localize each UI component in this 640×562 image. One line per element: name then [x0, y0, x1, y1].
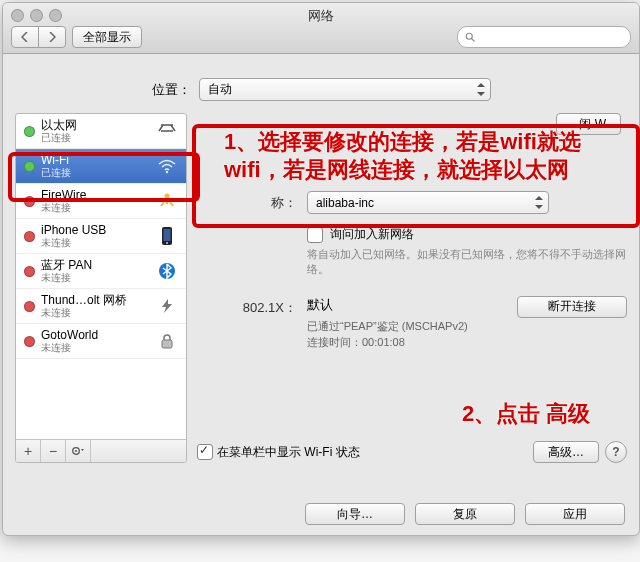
- search-icon: [464, 31, 476, 43]
- nav-buttons: [11, 26, 66, 48]
- service-list: 以太网已连接Wi-Fi已连接FireWire未连接iPhone USB未连接蓝牙…: [16, 114, 186, 359]
- dot1x-label: 802.1X：: [197, 296, 297, 317]
- service-name: Thund…olt 网桥: [41, 294, 150, 307]
- preferences-window: 网络 全部显示 位置： 自动 以太网已连接: [2, 2, 640, 536]
- location-row: 位置： 自动: [15, 78, 627, 101]
- firewire-icon: [156, 191, 178, 211]
- remove-service-button[interactable]: −: [41, 440, 66, 462]
- service-status: 已连接: [41, 132, 150, 143]
- help-button[interactable]: ?: [605, 441, 627, 463]
- ask-join-label: 询问加入新网络: [330, 227, 414, 241]
- svg-rect-8: [162, 340, 172, 348]
- service-status: 已连接: [41, 167, 150, 178]
- svg-point-10: [75, 450, 77, 452]
- revert-button[interactable]: 复原: [415, 503, 515, 525]
- svg-point-6: [166, 242, 168, 244]
- svg-rect-5: [164, 229, 171, 241]
- service-name: iPhone USB: [41, 224, 150, 237]
- detail-panel: 闭 W 称： alibaba-inc 询问加入新网络 将自动加入已知网络。如果没…: [197, 113, 627, 463]
- turn-off-wifi-button[interactable]: 闭 W: [556, 113, 621, 135]
- dot1x-value: 默认: [307, 296, 507, 314]
- status-dot: [24, 126, 35, 137]
- assist-button[interactable]: 向导…: [305, 503, 405, 525]
- location-select[interactable]: 自动: [199, 78, 491, 101]
- ask-join-checkbox[interactable]: [307, 227, 323, 243]
- status-dot: [24, 301, 35, 312]
- service-name: FireWire: [41, 189, 150, 202]
- chevron-left-icon: [21, 32, 29, 42]
- iphone-icon: [156, 226, 178, 246]
- svg-point-2: [166, 171, 168, 173]
- status-dot: [24, 161, 35, 172]
- service-name: 以太网: [41, 119, 150, 132]
- sidebar-footer: + −: [16, 439, 186, 462]
- bluetooth-icon: [156, 261, 178, 281]
- detail-bottom-row: 在菜单栏中显示 Wi-Fi 状态 高级… ?: [197, 441, 627, 463]
- network-name-select[interactable]: alibaba-inc: [307, 191, 549, 214]
- sidebar-item-6[interactable]: GotoWorld未连接: [16, 324, 186, 359]
- wifi-icon: [156, 156, 178, 176]
- network-name-value: alibaba-inc: [316, 196, 374, 210]
- svg-point-0: [466, 33, 472, 39]
- show-menubar-label: 在菜单栏中显示 Wi-Fi 状态: [217, 444, 360, 461]
- main-area: 以太网已连接Wi-Fi已连接FireWire未连接iPhone USB未连接蓝牙…: [15, 113, 627, 463]
- ethernet-icon: [156, 121, 178, 141]
- forward-button[interactable]: [39, 26, 66, 48]
- search-input[interactable]: [457, 26, 631, 48]
- sidebar-item-3[interactable]: iPhone USB未连接: [16, 219, 186, 254]
- window-title: 网络: [3, 7, 639, 25]
- window-footer: 向导… 复原 应用: [3, 503, 625, 525]
- chevron-right-icon: [48, 32, 56, 42]
- status-dot: [24, 231, 35, 242]
- service-status: 未连接: [41, 202, 150, 213]
- sidebar-item-1[interactable]: Wi-Fi已连接: [16, 149, 186, 184]
- service-status: 未连接: [41, 272, 150, 283]
- content-area: 位置： 自动 以太网已连接Wi-Fi已连接FireWire未连接iPhone U…: [3, 54, 639, 473]
- show-all-button[interactable]: 全部显示: [72, 26, 142, 48]
- service-status: 未连接: [41, 237, 150, 248]
- advanced-button[interactable]: 高级…: [533, 441, 599, 463]
- sidebar-item-4[interactable]: 蓝牙 PAN未连接: [16, 254, 186, 289]
- back-button[interactable]: [11, 26, 39, 48]
- add-service-button[interactable]: +: [16, 440, 41, 462]
- services-sidebar: 以太网已连接Wi-Fi已连接FireWire未连接iPhone USB未连接蓝牙…: [15, 113, 187, 463]
- service-name: 蓝牙 PAN: [41, 259, 150, 272]
- service-name: Wi-Fi: [41, 154, 150, 167]
- location-value: 自动: [208, 81, 232, 98]
- titlebar: 网络 全部显示: [3, 3, 639, 54]
- auth-method: 已通过“PEAP”鉴定 (MSCHAPv2): [307, 318, 507, 335]
- status-dot: [24, 196, 35, 207]
- connect-time: 连接时间：00:01:08: [307, 334, 507, 351]
- ask-join-help: 将自动加入已知网络。如果没有已知网络，您将不得不手动选择网络。: [307, 247, 627, 278]
- sidebar-item-2[interactable]: FireWire未连接: [16, 184, 186, 219]
- toolbar: 全部显示: [11, 25, 631, 49]
- gear-icon: [71, 445, 85, 457]
- location-label: 位置：: [152, 81, 191, 99]
- svg-line-1: [472, 39, 475, 42]
- service-status: 未连接: [41, 342, 150, 353]
- status-dot: [24, 336, 35, 347]
- status-dot: [24, 266, 35, 277]
- service-status: 未连接: [41, 307, 150, 318]
- svg-point-3: [165, 194, 170, 199]
- service-name: GotoWorld: [41, 329, 150, 342]
- show-menubar-checkbox[interactable]: [197, 444, 213, 460]
- network-name-label: 称：: [197, 191, 297, 212]
- lock-icon: [156, 331, 178, 351]
- disconnect-button[interactable]: 断开连接: [517, 296, 627, 318]
- sidebar-item-0[interactable]: 以太网已连接: [16, 114, 186, 149]
- thunderbolt-icon: [156, 296, 178, 316]
- sidebar-item-5[interactable]: Thund…olt 网桥未连接: [16, 289, 186, 324]
- apply-button[interactable]: 应用: [525, 503, 625, 525]
- service-actions-button[interactable]: [66, 440, 91, 462]
